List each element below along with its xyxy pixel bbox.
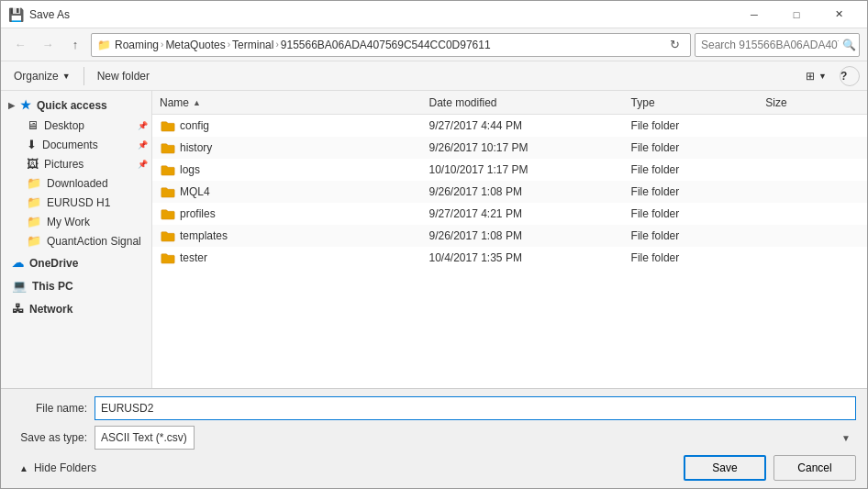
sidebar-item-eurusd[interactable]: 📁 EURUSD H1 — [1, 193, 151, 212]
minimize-button[interactable]: ─ — [733, 1, 775, 28]
filename-input[interactable] — [95, 396, 856, 420]
table-row[interactable]: history 9/26/2017 10:17 PM File folder — [152, 137, 867, 159]
bottom-area: File name: Save as type: ASCII Text (*.c… — [1, 388, 867, 488]
up-button[interactable]: ↑ — [63, 33, 87, 57]
sidebar-item-downloaded[interactable]: 📁 Downloaded — [1, 173, 151, 193]
sidebar-item-documents[interactable]: ⬇ Documents 📌 — [1, 135, 151, 154]
quick-access-section: ▶ ★ Quick access 🖥 Desktop 📌 ⬇ Documents… — [1, 94, 151, 250]
file-cell-name: logs — [160, 162, 428, 177]
onedrive-section: ☁ OneDrive — [1, 252, 151, 273]
downloaded-icon: 📁 — [27, 176, 41, 190]
file-cell-date: 9/26/2017 10:17 PM — [428, 141, 630, 154]
action-bar: Organize ▼ New folder ⊞ ▼ ? — [1, 61, 867, 91]
crumb-roaming[interactable]: Roaming — [115, 39, 159, 51]
search-bar[interactable]: 🔍 — [695, 33, 860, 57]
view-button[interactable]: ⊞ ▼ — [800, 65, 832, 87]
table-row[interactable]: profiles 9/27/2017 4:21 PM File folder — [152, 203, 867, 225]
file-cell-type: File folder — [631, 141, 766, 154]
folder-icon — [160, 162, 176, 177]
bottom-buttons: ▲ Hide Folders Save Cancel — [12, 455, 856, 481]
cancel-label: Cancel — [797, 461, 831, 474]
sidebar-item-quantaction[interactable]: 📁 QuantAction Signal — [1, 231, 151, 250]
sidebar-item-pictures[interactable]: 🖼 Pictures 📌 — [1, 154, 151, 173]
quick-access-header[interactable]: ▶ ★ Quick access — [1, 94, 151, 116]
cancel-button[interactable]: Cancel — [773, 455, 856, 481]
file-cell-name: tester — [160, 250, 428, 265]
quantaction-icon: 📁 — [27, 234, 41, 248]
documents-icon: ⬇ — [27, 138, 37, 151]
thispc-section: 💻 This PC — [1, 275, 151, 296]
sort-arrow-icon: ▲ — [193, 98, 201, 107]
network-header[interactable]: 🖧 Network — [1, 298, 151, 319]
file-cell-type: File folder — [631, 119, 766, 132]
crumb-metaquotes[interactable]: MetaQuotes — [165, 39, 225, 51]
network-label: Network — [29, 303, 72, 316]
search-icon: 🔍 — [842, 39, 856, 51]
col-header-size[interactable]: Size — [765, 96, 860, 109]
file-cell-type: File folder — [631, 207, 766, 220]
window-title: Save As — [29, 8, 70, 21]
pin-icon-desktop: 📌 — [138, 121, 148, 130]
col-header-type[interactable]: Type — [631, 96, 766, 109]
address-crumbs: Roaming › MetaQuotes › Terminal › 915566… — [115, 39, 661, 51]
hide-folders-row[interactable]: ▲ Hide Folders — [12, 455, 104, 481]
sidebar-item-mywork[interactable]: 📁 My Work — [1, 212, 151, 231]
organize-button[interactable]: Organize ▼ — [8, 65, 76, 87]
sidebar-item-documents-label: Documents — [42, 139, 98, 151]
folder-icon — [160, 250, 176, 265]
search-input[interactable] — [701, 39, 839, 51]
crumb-terminal[interactable]: Terminal — [232, 39, 273, 51]
network-section: 🖧 Network — [1, 298, 151, 319]
table-row[interactable]: templates 9/26/2017 1:08 PM File folder — [152, 225, 867, 247]
folder-icon — [160, 206, 176, 221]
filetype-label: Save as type: — [12, 431, 95, 444]
address-toolbar: ← → ↑ 📁 Roaming › MetaQuotes › Terminal … — [1, 28, 867, 61]
filetype-select[interactable]: ASCII Text (*.csv)CSV (*.csv)Excel (*.xl… — [95, 426, 195, 450]
file-list-header: Name ▲ Date modified Type Size — [152, 91, 867, 115]
sidebar-item-desktop[interactable]: 🖥 Desktop 📌 — [1, 116, 151, 135]
file-cell-name: templates — [160, 228, 428, 243]
sidebar-item-desktop-label: Desktop — [44, 119, 84, 132]
back-button[interactable]: ← — [8, 33, 32, 57]
table-row[interactable]: logs 10/10/2017 1:17 PM File folder — [152, 159, 867, 181]
col-header-date[interactable]: Date modified — [428, 96, 630, 109]
window-icon: 💾 — [8, 7, 24, 22]
file-cell-date: 9/26/2017 1:08 PM — [428, 229, 630, 242]
col-header-name[interactable]: Name ▲ — [160, 96, 428, 109]
address-bar[interactable]: 📁 Roaming › MetaQuotes › Terminal › 9155… — [91, 33, 691, 57]
quick-access-label: Quick access — [37, 99, 107, 112]
crumb-id[interactable]: 915566BA06ADA407569C544CC0D97611 — [281, 39, 491, 51]
save-button[interactable]: Save — [684, 455, 766, 481]
file-cell-type: File folder — [631, 185, 766, 198]
action-separator — [83, 67, 84, 85]
file-cell-date: 10/10/2017 1:17 PM — [428, 163, 630, 176]
file-list: Name ▲ Date modified Type Size — [152, 91, 867, 388]
pictures-icon: 🖼 — [27, 157, 39, 171]
view-icon: ⊞ — [806, 70, 815, 83]
onedrive-header[interactable]: ☁ OneDrive — [1, 252, 151, 273]
forward-button[interactable]: → — [36, 33, 60, 57]
file-cell-date: 9/26/2017 1:08 PM — [428, 185, 630, 198]
hide-folders-label: Hide Folders — [34, 461, 96, 474]
star-icon: ★ — [20, 98, 31, 112]
maximize-button[interactable]: □ — [775, 1, 818, 28]
pin-icon-pictures: 📌 — [138, 160, 148, 169]
table-row[interactable]: MQL4 9/26/2017 1:08 PM File folder — [152, 181, 867, 203]
select-arrow-icon: ▼ — [841, 433, 851, 443]
folder-icon — [160, 184, 176, 199]
file-cell-name: config — [160, 118, 428, 133]
help-button[interactable]: ? — [840, 66, 860, 86]
network-icon: 🖧 — [12, 302, 24, 316]
thispc-header[interactable]: 💻 This PC — [1, 275, 151, 296]
filename-label: File name: — [12, 402, 95, 415]
sidebar-item-downloaded-label: Downloaded — [47, 177, 108, 190]
folder-icon: 📁 — [97, 39, 111, 51]
title-bar-controls: ─ □ ✕ — [733, 1, 860, 28]
new-folder-button[interactable]: New folder — [92, 65, 155, 87]
folder-icon — [160, 228, 176, 243]
close-button[interactable]: ✕ — [818, 1, 860, 28]
table-row[interactable]: config 9/27/2017 4:44 PM File folder — [152, 115, 867, 137]
refresh-button[interactable]: ↻ — [664, 35, 684, 55]
table-row[interactable]: tester 10/4/2017 1:35 PM File folder — [152, 247, 867, 269]
save-label: Save — [712, 461, 737, 474]
